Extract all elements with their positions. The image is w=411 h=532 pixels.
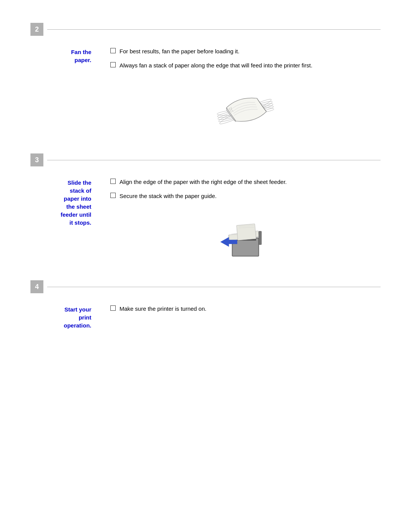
section-4: 4 Start yourprintoperation. Make sure th… [30,280,381,329]
step-label-3-period: . [90,219,91,226]
checklist-item-3-2: Secure the stack with the paper guide. [110,192,381,201]
section-3-header: 3 [30,153,381,166]
step-label-2: Fan thepaper. [34,47,95,134]
step-label-4-period: . [90,322,91,329]
checkbox-2-1 [110,48,116,53]
checklist-text-4-1: Make sure the printer is turned on. [119,305,206,313]
step-content-2: For best results, fan the paper before l… [110,47,381,134]
step-line-4 [47,287,381,287]
checklist-item-3-1: Align the edge of the paper with the rig… [110,178,381,187]
checklist-text-2-1: For best results, fan the paper before l… [119,47,239,56]
step-number-4: 4 [30,280,43,293]
checklist-text-2-2: Always fan a stack of paper along the ed… [119,61,312,70]
section-4-header: 4 [30,280,381,293]
section-4-body: Start yourprintoperation. Make sure the … [30,305,381,329]
step-content-3: Align the edge of the paper with the rig… [110,178,381,261]
step-line-2 [47,29,381,30]
step-label-4: Start yourprintoperation. [34,305,95,329]
section-2-header: 2 [30,23,381,36]
svg-rect-13 [259,231,261,244]
checkbox-4-1 [110,305,116,311]
checklist-text-3-1: Align the edge of the paper with the rig… [119,178,287,187]
step-line-3 [47,160,381,160]
section-2: 2 Fan thepaper. For best results, fan th… [30,23,381,134]
step-number-3: 3 [30,153,43,166]
section-2-body: Fan thepaper. For best results, fan the … [30,47,381,134]
checklist-text-3-2: Secure the stack with the paper guide. [119,192,217,201]
checklist-item-2-2: Always fan a stack of paper along the ed… [110,61,381,70]
illustration-fan-paper [110,77,381,134]
step-number-2: 2 [30,23,43,36]
section-3-body: Slide thestack ofpaper intothe sheetfeed… [30,178,381,261]
page: 2 Fan thepaper. For best results, fan th… [0,0,411,371]
checklist-item-2-1: For best results, fan the paper before l… [110,47,381,56]
step-label-3: Slide thestack ofpaper intothe sheetfeed… [34,178,95,261]
step-content-4: Make sure the printer is turned on. [110,305,381,329]
step-label-2-period: . [90,57,91,63]
illustration-feeder [110,208,381,261]
fan-paper-image [207,77,284,134]
checkbox-3-1 [110,179,116,184]
checkbox-2-2 [110,62,116,67]
section-3: 3 Slide thestack ofpaper intothe sheetfe… [30,153,381,261]
feeder-image [211,208,280,261]
checklist-item-4-1: Make sure the printer is turned on. [110,305,381,313]
checkbox-3-2 [110,193,116,198]
